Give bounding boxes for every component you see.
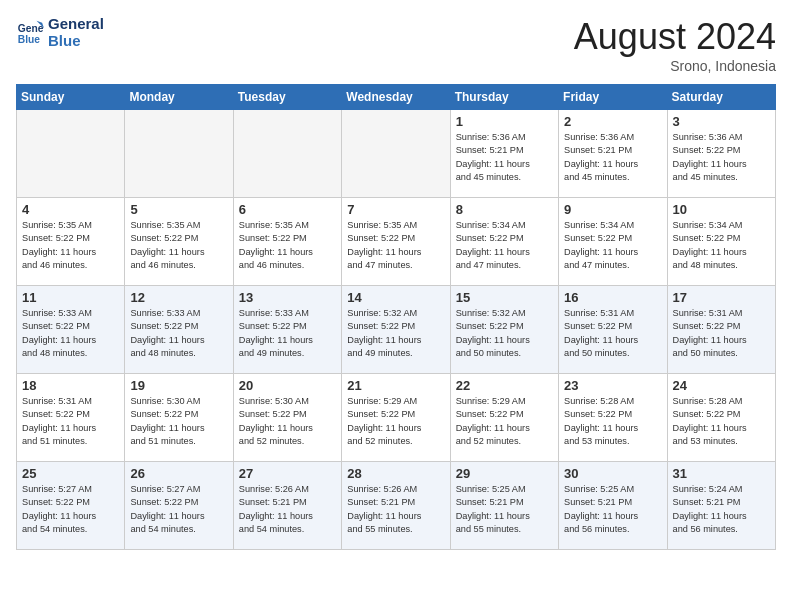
calendar-cell: 1Sunrise: 5:36 AM Sunset: 5:21 PM Daylig… [450,110,558,198]
calendar-week-row: 18Sunrise: 5:31 AM Sunset: 5:22 PM Dayli… [17,374,776,462]
calendar-day-info: Sunrise: 5:33 AM Sunset: 5:22 PM Dayligh… [130,307,227,360]
calendar-day-number: 4 [22,202,119,217]
calendar-day-number: 15 [456,290,553,305]
calendar-day-number: 22 [456,378,553,393]
calendar-day-info: Sunrise: 5:33 AM Sunset: 5:22 PM Dayligh… [22,307,119,360]
weekday-header-tuesday: Tuesday [233,85,341,110]
calendar-week-row: 1Sunrise: 5:36 AM Sunset: 5:21 PM Daylig… [17,110,776,198]
calendar-day-info: Sunrise: 5:32 AM Sunset: 5:22 PM Dayligh… [347,307,444,360]
calendar-day-number: 23 [564,378,661,393]
calendar-day-info: Sunrise: 5:25 AM Sunset: 5:21 PM Dayligh… [564,483,661,536]
calendar-day-number: 30 [564,466,661,481]
calendar-cell: 10Sunrise: 5:34 AM Sunset: 5:22 PM Dayli… [667,198,775,286]
calendar-day-info: Sunrise: 5:28 AM Sunset: 5:22 PM Dayligh… [564,395,661,448]
calendar-cell [17,110,125,198]
logo-icon: General Blue [16,19,44,47]
logo-blue: Blue [48,33,104,50]
calendar-cell: 15Sunrise: 5:32 AM Sunset: 5:22 PM Dayli… [450,286,558,374]
calendar-day-info: Sunrise: 5:35 AM Sunset: 5:22 PM Dayligh… [347,219,444,272]
calendar-day-info: Sunrise: 5:30 AM Sunset: 5:22 PM Dayligh… [130,395,227,448]
weekday-header-thursday: Thursday [450,85,558,110]
calendar-day-info: Sunrise: 5:26 AM Sunset: 5:21 PM Dayligh… [239,483,336,536]
calendar-day-info: Sunrise: 5:36 AM Sunset: 5:21 PM Dayligh… [456,131,553,184]
calendar-day-number: 20 [239,378,336,393]
calendar-cell: 13Sunrise: 5:33 AM Sunset: 5:22 PM Dayli… [233,286,341,374]
weekday-header-row: SundayMondayTuesdayWednesdayThursdayFrid… [17,85,776,110]
calendar-day-number: 13 [239,290,336,305]
weekday-header-monday: Monday [125,85,233,110]
calendar-cell: 11Sunrise: 5:33 AM Sunset: 5:22 PM Dayli… [17,286,125,374]
calendar-day-number: 19 [130,378,227,393]
svg-text:General: General [18,23,44,34]
calendar-cell [342,110,450,198]
calendar-day-number: 26 [130,466,227,481]
calendar-cell: 4Sunrise: 5:35 AM Sunset: 5:22 PM Daylig… [17,198,125,286]
calendar-day-number: 31 [673,466,770,481]
calendar-week-row: 11Sunrise: 5:33 AM Sunset: 5:22 PM Dayli… [17,286,776,374]
calendar-day-info: Sunrise: 5:34 AM Sunset: 5:22 PM Dayligh… [456,219,553,272]
calendar-cell: 29Sunrise: 5:25 AM Sunset: 5:21 PM Dayli… [450,462,558,550]
calendar-cell: 21Sunrise: 5:29 AM Sunset: 5:22 PM Dayli… [342,374,450,462]
calendar-day-info: Sunrise: 5:35 AM Sunset: 5:22 PM Dayligh… [130,219,227,272]
calendar-day-number: 14 [347,290,444,305]
calendar-cell: 12Sunrise: 5:33 AM Sunset: 5:22 PM Dayli… [125,286,233,374]
calendar-week-row: 4Sunrise: 5:35 AM Sunset: 5:22 PM Daylig… [17,198,776,286]
calendar-day-number: 18 [22,378,119,393]
calendar-day-info: Sunrise: 5:34 AM Sunset: 5:22 PM Dayligh… [564,219,661,272]
location-subtitle: Srono, Indonesia [574,58,776,74]
calendar-cell: 23Sunrise: 5:28 AM Sunset: 5:22 PM Dayli… [559,374,667,462]
calendar-day-info: Sunrise: 5:25 AM Sunset: 5:21 PM Dayligh… [456,483,553,536]
calendar-day-number: 24 [673,378,770,393]
weekday-header-friday: Friday [559,85,667,110]
calendar-cell: 25Sunrise: 5:27 AM Sunset: 5:22 PM Dayli… [17,462,125,550]
calendar-day-number: 25 [22,466,119,481]
calendar-day-info: Sunrise: 5:36 AM Sunset: 5:21 PM Dayligh… [564,131,661,184]
calendar-cell: 28Sunrise: 5:26 AM Sunset: 5:21 PM Dayli… [342,462,450,550]
calendar-cell: 30Sunrise: 5:25 AM Sunset: 5:21 PM Dayli… [559,462,667,550]
month-year-title: August 2024 [574,16,776,58]
logo-general: General [48,16,104,33]
calendar-day-info: Sunrise: 5:26 AM Sunset: 5:21 PM Dayligh… [347,483,444,536]
calendar-day-info: Sunrise: 5:33 AM Sunset: 5:22 PM Dayligh… [239,307,336,360]
calendar-day-number: 6 [239,202,336,217]
calendar-cell: 27Sunrise: 5:26 AM Sunset: 5:21 PM Dayli… [233,462,341,550]
calendar-day-info: Sunrise: 5:29 AM Sunset: 5:22 PM Dayligh… [456,395,553,448]
calendar-cell: 16Sunrise: 5:31 AM Sunset: 5:22 PM Dayli… [559,286,667,374]
calendar-day-number: 16 [564,290,661,305]
calendar-cell: 18Sunrise: 5:31 AM Sunset: 5:22 PM Dayli… [17,374,125,462]
calendar-day-number: 5 [130,202,227,217]
calendar-day-info: Sunrise: 5:31 AM Sunset: 5:22 PM Dayligh… [673,307,770,360]
weekday-header-saturday: Saturday [667,85,775,110]
calendar-cell: 26Sunrise: 5:27 AM Sunset: 5:22 PM Dayli… [125,462,233,550]
calendar-day-number: 9 [564,202,661,217]
calendar-day-number: 1 [456,114,553,129]
title-block: August 2024 Srono, Indonesia [574,16,776,74]
calendar-day-info: Sunrise: 5:31 AM Sunset: 5:22 PM Dayligh… [22,395,119,448]
calendar-cell: 8Sunrise: 5:34 AM Sunset: 5:22 PM Daylig… [450,198,558,286]
calendar-day-info: Sunrise: 5:30 AM Sunset: 5:22 PM Dayligh… [239,395,336,448]
calendar-day-info: Sunrise: 5:31 AM Sunset: 5:22 PM Dayligh… [564,307,661,360]
calendar-cell: 3Sunrise: 5:36 AM Sunset: 5:22 PM Daylig… [667,110,775,198]
calendar-day-number: 21 [347,378,444,393]
calendar-day-info: Sunrise: 5:27 AM Sunset: 5:22 PM Dayligh… [22,483,119,536]
calendar-day-number: 17 [673,290,770,305]
svg-text:Blue: Blue [18,34,41,45]
calendar-week-row: 25Sunrise: 5:27 AM Sunset: 5:22 PM Dayli… [17,462,776,550]
calendar-cell: 20Sunrise: 5:30 AM Sunset: 5:22 PM Dayli… [233,374,341,462]
calendar-day-number: 12 [130,290,227,305]
calendar-cell: 22Sunrise: 5:29 AM Sunset: 5:22 PM Dayli… [450,374,558,462]
calendar-cell [125,110,233,198]
calendar-day-info: Sunrise: 5:32 AM Sunset: 5:22 PM Dayligh… [456,307,553,360]
calendar-cell: 17Sunrise: 5:31 AM Sunset: 5:22 PM Dayli… [667,286,775,374]
calendar-day-info: Sunrise: 5:35 AM Sunset: 5:22 PM Dayligh… [22,219,119,272]
calendar-day-info: Sunrise: 5:29 AM Sunset: 5:22 PM Dayligh… [347,395,444,448]
calendar-cell: 31Sunrise: 5:24 AM Sunset: 5:21 PM Dayli… [667,462,775,550]
calendar-day-info: Sunrise: 5:28 AM Sunset: 5:22 PM Dayligh… [673,395,770,448]
calendar-day-number: 7 [347,202,444,217]
calendar-day-number: 2 [564,114,661,129]
calendar-day-number: 27 [239,466,336,481]
logo: General Blue General Blue [16,16,104,49]
calendar-day-info: Sunrise: 5:24 AM Sunset: 5:21 PM Dayligh… [673,483,770,536]
calendar-cell: 5Sunrise: 5:35 AM Sunset: 5:22 PM Daylig… [125,198,233,286]
calendar-day-info: Sunrise: 5:34 AM Sunset: 5:22 PM Dayligh… [673,219,770,272]
